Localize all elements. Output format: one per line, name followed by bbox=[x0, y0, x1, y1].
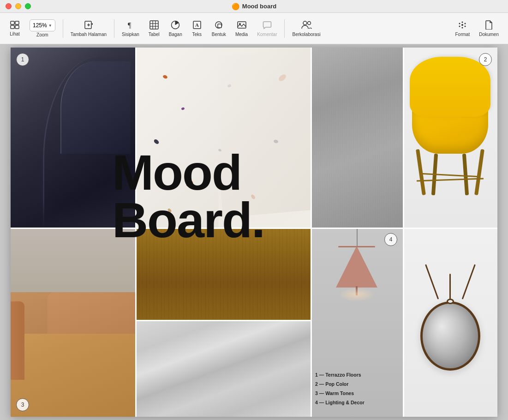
bentuk-label: Bentuk bbox=[212, 32, 226, 37]
toolbar-item-teks[interactable]: A Teks bbox=[188, 18, 206, 39]
toolbar-item-lihat[interactable]: Lihat bbox=[6, 19, 24, 38]
toolbar-item-format[interactable]: Format bbox=[452, 18, 474, 39]
grid-line-v2-bottom bbox=[311, 228, 312, 417]
page-badge-4: 4 bbox=[384, 233, 397, 246]
dokumen-label: Dokumen bbox=[479, 32, 499, 37]
list-item-3: 3 — Warm Tones bbox=[315, 389, 365, 398]
toolbar-item-bagan[interactable]: Bagan bbox=[165, 18, 186, 39]
svg-point-26 bbox=[462, 21, 463, 23]
zoom-arrow-icon: ▼ bbox=[48, 24, 52, 28]
page-badge-2-text: 2 bbox=[484, 56, 487, 63]
list-num-4: 4 — bbox=[315, 400, 325, 405]
tabel-icon bbox=[149, 20, 159, 31]
yellow-chair-back bbox=[410, 57, 490, 117]
terrazzo-spot bbox=[153, 138, 160, 145]
list-item-1: 1 — Terrazzo Floors bbox=[315, 371, 365, 380]
yellow-chair-leg-1 bbox=[416, 149, 426, 195]
terrazzo-spot bbox=[181, 107, 185, 110]
media-icon bbox=[237, 20, 246, 31]
app-icon: 🟠 bbox=[232, 3, 239, 10]
tambah-halaman-label: Tambah Halaman bbox=[71, 32, 107, 37]
svg-point-25 bbox=[461, 24, 463, 26]
yellow-chair-leg-4 bbox=[462, 154, 469, 195]
lamp-shade-top bbox=[338, 246, 375, 247]
page-badge-1-text: 1 bbox=[21, 56, 24, 63]
maximize-button[interactable] bbox=[25, 3, 31, 9]
svg-rect-10 bbox=[150, 21, 158, 29]
fur-texture-visual bbox=[135, 320, 311, 417]
image-cell-yellow-chair[interactable]: 2 bbox=[403, 48, 497, 228]
divider-1 bbox=[63, 19, 63, 38]
mirror-right-strap bbox=[461, 264, 475, 299]
zoom-value: 125% bbox=[33, 22, 47, 29]
mirror-container bbox=[420, 228, 480, 417]
toolbar-item-dokumen[interactable]: Dokumen bbox=[475, 18, 502, 39]
minimize-button[interactable] bbox=[15, 3, 21, 9]
image-cell-lamp[interactable]: 1 — Terrazzo Floors 2 — Pop Color 3 — Wa… bbox=[311, 228, 403, 417]
toolbar-item-zoom[interactable]: 125% ▼ Zoom bbox=[26, 18, 59, 39]
image-cell-couch[interactable]: 3 bbox=[11, 228, 135, 417]
yellow-chair-leg-2 bbox=[474, 149, 484, 195]
svg-rect-3 bbox=[15, 25, 19, 29]
close-button[interactable] bbox=[6, 3, 12, 9]
mirror-ring bbox=[447, 299, 454, 304]
fur-texture-area bbox=[135, 320, 311, 417]
title-bar: 🟠 Mood board bbox=[0, 0, 508, 13]
komentar-label: Komentar bbox=[257, 32, 277, 37]
lamp-glow bbox=[338, 288, 375, 301]
bagan-icon bbox=[171, 20, 180, 31]
page-badge-3: 3 bbox=[16, 398, 29, 411]
list-item-4: 4 — Lighting & Decor bbox=[315, 398, 365, 408]
mirror-left-strap bbox=[425, 264, 439, 299]
svg-text:¶: ¶ bbox=[128, 21, 131, 29]
page-badge-2: 2 bbox=[479, 53, 492, 66]
mood-list: 1 — Terrazzo Floors 2 — Pop Color 3 — Wa… bbox=[315, 371, 365, 408]
svg-text:A: A bbox=[195, 22, 199, 28]
mirror-top-strap bbox=[449, 274, 451, 301]
page-badge-4-text: 4 bbox=[389, 236, 393, 243]
svg-rect-0 bbox=[11, 21, 14, 24]
mood-board-line2: Board. bbox=[112, 192, 264, 248]
list-num-1: 1 — bbox=[315, 372, 325, 378]
lamp-shade-outer bbox=[336, 246, 377, 288]
image-cell-concrete[interactable] bbox=[311, 48, 403, 228]
sisipkan-icon: ¶ bbox=[126, 20, 135, 31]
svg-point-23 bbox=[303, 21, 307, 25]
list-num-2: 2 — bbox=[315, 381, 325, 387]
list-item-2: 2 — Pop Color bbox=[315, 380, 365, 389]
toolbar-item-komentar[interactable]: Komentar bbox=[253, 18, 281, 39]
mood-board-title[interactable]: Mood Board. bbox=[112, 149, 264, 244]
tambah-halaman-icon bbox=[84, 20, 93, 31]
svg-point-28 bbox=[459, 23, 460, 24]
list-num-3: 3 — bbox=[315, 390, 325, 396]
yellow-chair-brace-2 bbox=[421, 173, 479, 178]
divider-3 bbox=[284, 19, 285, 38]
grid-line-v3 bbox=[403, 48, 404, 417]
tabel-label: Tabel bbox=[149, 32, 160, 37]
toolbar-item-media[interactable]: Media bbox=[232, 18, 251, 39]
berkolaborasi-label: Berkolaborasi bbox=[292, 32, 320, 37]
window-title: 🟠 Mood board bbox=[232, 3, 276, 10]
bentuk-icon bbox=[214, 20, 223, 31]
couch-arm bbox=[11, 301, 24, 380]
svg-rect-20 bbox=[218, 24, 221, 28]
toolbar-item-tambah-halaman[interactable]: Tambah Halaman bbox=[67, 18, 110, 39]
couch-cushion-2 bbox=[48, 292, 135, 334]
lihat-icon bbox=[10, 21, 19, 30]
concrete-texture bbox=[311, 48, 403, 228]
toolbar-item-tabel[interactable]: Tabel bbox=[145, 18, 163, 39]
svg-rect-2 bbox=[11, 25, 14, 29]
image-cell-mirror[interactable] bbox=[403, 228, 497, 417]
canvas[interactable]: Mood Board. 1 bbox=[11, 48, 497, 417]
media-label: Media bbox=[235, 32, 248, 37]
zoom-control[interactable]: 125% ▼ bbox=[30, 19, 55, 31]
bagan-label: Bagan bbox=[169, 32, 182, 37]
dokumen-icon bbox=[485, 20, 493, 31]
image-cell-wood-fur[interactable] bbox=[135, 228, 311, 417]
svg-point-31 bbox=[465, 25, 466, 27]
svg-point-30 bbox=[459, 25, 460, 27]
yellow-chair-brace bbox=[417, 178, 484, 181]
toolbar-item-berkolaborasi[interactable]: Berkolaborasi bbox=[288, 18, 324, 39]
toolbar-item-bentuk[interactable]: Bentuk bbox=[208, 18, 230, 39]
toolbar-item-sisipkan[interactable]: ¶ Sisipkan bbox=[118, 18, 143, 39]
